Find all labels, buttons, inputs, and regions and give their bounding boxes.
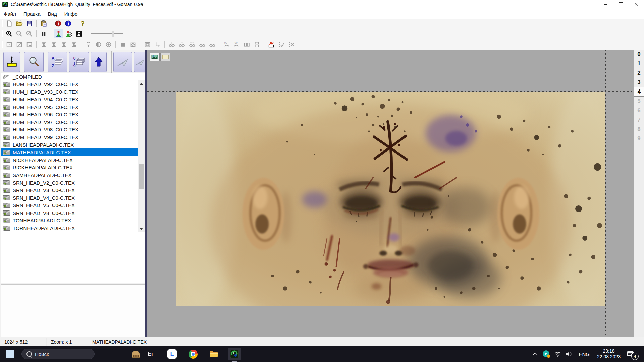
tray-clock[interactable]: 23:18 22.08.2023	[594, 346, 624, 362]
mip-level-button[interactable]: 8	[634, 125, 644, 134]
mip-level-button[interactable]: 6	[634, 106, 644, 115]
file-row[interactable]: HUM_HEAD_V94_C0-C.TEX	[1, 96, 138, 103]
tray-chevron-button[interactable]	[529, 346, 540, 362]
mip-level-button[interactable]: 9	[634, 134, 644, 143]
mip-level-button[interactable]: 2	[634, 68, 644, 78]
tab-info-view[interactable]	[160, 53, 170, 61]
zoom-out-button[interactable]	[15, 29, 23, 38]
new-file-button[interactable]	[5, 19, 13, 28]
maximize-button[interactable]	[613, 0, 629, 9]
help-button[interactable]: ?	[78, 19, 87, 28]
scroll-thumb[interactable]	[139, 164, 144, 189]
convert-all-button[interactable]	[134, 52, 146, 72]
file-row[interactable]: SRN_HEAD_V2_C0-C.TEX	[1, 179, 138, 187]
tool-redirect-button[interactable]	[153, 40, 162, 49]
start-button[interactable]	[3, 348, 17, 360]
mip-level-button[interactable]: 4	[634, 87, 644, 97]
file-row[interactable]: NICKHEADPALADI-C.TEX	[1, 156, 138, 164]
zoom-reset-button[interactable]	[25, 29, 34, 38]
tool-corner-button[interactable]	[25, 40, 34, 49]
mip-level-button[interactable]: 1	[634, 59, 644, 68]
flatten-button[interactable]	[267, 40, 275, 49]
mip-slider[interactable]	[91, 30, 123, 37]
file-row[interactable]: HUM_HEAD_V96_C0-C.TEX	[1, 111, 138, 118]
tool-soften-button[interactable]	[208, 40, 216, 49]
texture-canvas[interactable]	[147, 50, 634, 337]
scroll-up-button[interactable]	[138, 80, 145, 87]
file-row[interactable]: HUM_HEAD_V97_C0-C.TEX	[1, 118, 138, 126]
tray-language[interactable]: ENG	[575, 346, 594, 362]
tool-invert-button[interactable]	[128, 40, 137, 49]
taskbar-app-l[interactable]: L	[165, 348, 179, 360]
file-row[interactable]: LANSHEADPALADI-C.TEX	[1, 141, 138, 149]
sort-alpha-button[interactable]: A Z	[48, 52, 67, 72]
tool-compress3-button[interactable]	[59, 40, 68, 49]
move-up-button[interactable]	[91, 52, 107, 72]
info-blue-button[interactable]	[64, 19, 72, 28]
file-row[interactable]: SAMHEADPALADI-C.TEX	[1, 171, 138, 179]
taskbar-app-explorer[interactable]	[207, 348, 220, 360]
mirror-horizontal-button[interactable]	[242, 40, 251, 49]
file-row[interactable]: SRN_HEAD_V4_C0-C.TEX	[1, 194, 138, 202]
taskbar-app-ei[interactable]: Ei	[144, 348, 156, 360]
list-scrollbar[interactable]	[138, 80, 145, 232]
menu-item[interactable]: Вид	[44, 9, 61, 19]
file-row[interactable]: SRN_HEAD_V8_C0-C.TEX	[1, 209, 138, 217]
file-row[interactable]: TORNHEADPALADI-C.TEX	[1, 224, 138, 232]
tray-eset[interactable]: e	[540, 346, 552, 362]
pause-animation-button[interactable]	[39, 29, 48, 38]
sort-numeric-button[interactable]: 0 9	[69, 52, 89, 72]
convert-button[interactable]	[113, 52, 132, 72]
apply-check-button[interactable]	[277, 40, 285, 49]
tool-resize-button[interactable]	[143, 40, 152, 49]
texture-image[interactable]	[176, 92, 605, 306]
tool-contrast-button[interactable]	[94, 40, 103, 49]
view-rgb-button[interactable]	[54, 29, 63, 38]
tray-volume[interactable]	[563, 346, 575, 362]
rotate-cw-button[interactable]: 90+	[222, 40, 231, 49]
file-row[interactable]: MATHEADPALADI-C.TEX	[1, 148, 138, 156]
tool-gamma-button[interactable]	[104, 40, 113, 49]
tool-sharpen-minus-button[interactable]	[177, 40, 186, 49]
tool-sharpen-plus-button[interactable]	[167, 40, 176, 49]
rotate-ccw-button[interactable]: 90-	[232, 40, 241, 49]
minimize-button[interactable]	[598, 0, 613, 9]
search-texture-button[interactable]	[24, 52, 44, 72]
open-file-button[interactable]	[15, 19, 23, 28]
info-red-button[interactable]	[54, 19, 62, 28]
scroll-down-button[interactable]	[138, 226, 145, 232]
taskbar-search[interactable]: Поиск	[21, 349, 95, 359]
slider-handle[interactable]	[112, 31, 114, 37]
file-row[interactable]: TONHEADPALADI-C.TEX	[1, 217, 138, 225]
mip-level-button[interactable]: 0	[634, 50, 644, 59]
file-row[interactable]: SRN_HEAD_V5_C0-C.TEX	[1, 202, 138, 209]
taskbar-app-goman[interactable]	[228, 348, 241, 360]
tool-compress4-button[interactable]	[69, 40, 78, 49]
close-button[interactable]	[629, 0, 644, 9]
mip-level-button[interactable]: 3	[634, 78, 644, 87]
mip-level-button[interactable]: 7	[634, 115, 644, 125]
paste-button[interactable]	[39, 19, 48, 28]
file-row[interactable]: HUM_HEAD_V98_C0-C.TEX	[1, 126, 138, 134]
file-row[interactable]: HUM_HEAD_V99_C0-C.TEX	[1, 133, 138, 141]
tray-wifi[interactable]	[552, 346, 563, 362]
notification-center-button[interactable]: 4	[624, 346, 644, 362]
tool-compress1-button[interactable]	[39, 40, 48, 49]
tool-select-button[interactable]	[5, 40, 13, 49]
menu-item[interactable]: Инфо	[61, 9, 82, 19]
view-alpha-button[interactable]	[64, 29, 73, 38]
tool-crop-button[interactable]	[15, 40, 23, 49]
tool-fill-button[interactable]	[118, 40, 127, 49]
list-header-row[interactable]: _COMPILED	[1, 73, 145, 80]
mip-level-button[interactable]: 5	[634, 97, 644, 106]
mirror-vertical-button[interactable]	[252, 40, 261, 49]
extract-button[interactable]	[3, 52, 20, 72]
taskbar-app-colosseum[interactable]	[130, 348, 142, 360]
tool-compress2-button[interactable]	[49, 40, 58, 49]
apply-cancel-button[interactable]	[287, 40, 296, 49]
zoom-in-button[interactable]	[5, 29, 13, 38]
tool-smooth-button[interactable]	[198, 40, 206, 49]
save-button[interactable]	[25, 19, 34, 28]
tab-image-view[interactable]	[150, 53, 160, 61]
file-row[interactable]: HUM_HEAD_V92_C0-C.TEX	[1, 80, 138, 88]
